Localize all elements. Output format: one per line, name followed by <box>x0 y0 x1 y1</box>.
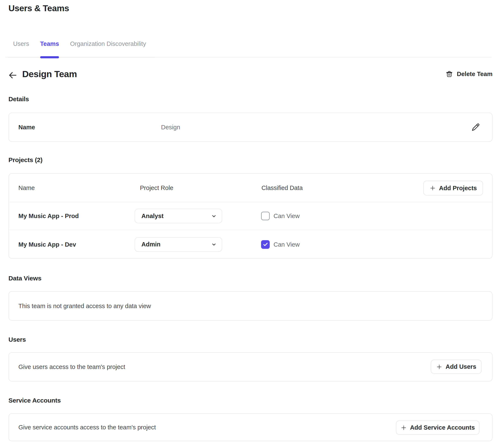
chevron-down-icon <box>211 241 217 248</box>
add-users-button[interactable]: Add Users <box>431 360 482 374</box>
arrow-left-icon <box>8 71 17 80</box>
delete-team-button[interactable]: Delete Team <box>445 70 493 78</box>
tab-users[interactable]: Users <box>13 40 29 57</box>
team-header: Design Team Delete Team <box>0 67 498 83</box>
service-accounts-empty-text: Give service accounts access to the team… <box>18 424 156 431</box>
can-view-label: Can View <box>273 241 300 248</box>
project-name: My Music App - Dev <box>18 241 76 248</box>
pencil-icon <box>471 123 480 132</box>
back-button[interactable] <box>8 71 17 80</box>
data-views-empty-text: This team is not granted access to any d… <box>18 302 151 309</box>
project-row-dev: My Music App - Dev Admin Can View <box>9 230 492 259</box>
users-card: Give users access to the team's project … <box>8 352 493 382</box>
add-service-accounts-button[interactable]: Add Service Accounts <box>396 420 479 435</box>
project-role-select[interactable]: Admin <box>135 237 222 252</box>
name-label: Name <box>18 124 35 131</box>
tabs-group: Users Teams Organization Discoverability <box>8 38 155 58</box>
page-title: Users & Teams <box>8 3 69 13</box>
users-teams-page: Users & Teams Users Teams Organization D… <box>0 0 498 448</box>
project-role-select[interactable]: Analyst <box>135 209 222 223</box>
add-projects-label: Add Projects <box>439 185 477 192</box>
details-heading: Details <box>8 96 29 103</box>
delete-team-label: Delete Team <box>457 71 493 78</box>
tab-teams[interactable]: Teams <box>40 40 59 57</box>
column-project-role: Project Role <box>140 184 173 191</box>
project-row-prod: My Music App - Prod Analyst Can View <box>9 202 492 230</box>
active-tab-underline <box>40 56 59 58</box>
data-views-heading: Data Views <box>8 275 41 282</box>
plus-icon <box>436 364 442 370</box>
can-view-checkbox[interactable] <box>261 212 270 220</box>
add-projects-button[interactable]: Add Projects <box>423 181 483 195</box>
selected-role: Analyst <box>141 213 164 220</box>
edit-name-button[interactable] <box>471 123 480 132</box>
projects-heading: Projects (2) <box>8 156 43 163</box>
users-heading: Users <box>8 336 26 343</box>
plus-icon <box>401 425 407 431</box>
can-view-checkbox[interactable] <box>261 240 270 249</box>
tab-organization-discoverability[interactable]: Organization Discoverability <box>70 40 146 57</box>
add-service-accounts-label: Add Service Accounts <box>410 424 475 431</box>
add-users-label: Add Users <box>446 363 476 370</box>
trash-icon <box>445 70 453 78</box>
users-empty-text: Give users access to the team's project <box>18 364 125 370</box>
project-name: My Music App - Prod <box>18 213 79 220</box>
column-name: Name <box>18 184 35 191</box>
tabs-bar: Users Teams Organization Discoverability <box>5 38 491 58</box>
name-value: Design <box>161 124 180 131</box>
can-view-label: Can View <box>273 213 300 220</box>
plus-icon <box>430 185 436 191</box>
team-title: Design Team <box>22 69 77 79</box>
data-views-card: This team is not granted access to any d… <box>8 291 493 320</box>
selected-role: Admin <box>141 241 161 248</box>
column-classified-data: Classified Data <box>261 184 303 191</box>
service-accounts-card: Give service accounts access to the team… <box>8 413 493 441</box>
check-icon <box>262 241 268 247</box>
projects-table-header: Name Project Role Classified Data Add Pr… <box>9 174 492 202</box>
projects-table: Name Project Role Classified Data Add Pr… <box>8 173 493 259</box>
chevron-down-icon <box>211 213 217 219</box>
service-accounts-heading: Service Accounts <box>8 397 61 404</box>
details-card: Name Design <box>8 113 493 142</box>
